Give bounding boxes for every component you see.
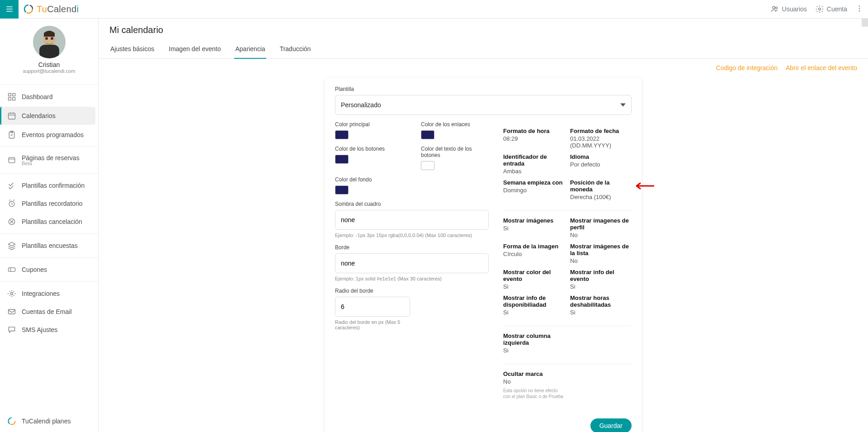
color-bg-label: Color del fondo bbox=[335, 176, 403, 183]
more-menu[interactable] bbox=[855, 5, 863, 14]
hamburger-menu[interactable] bbox=[0, 0, 19, 19]
sidebar-item-calendars[interactable]: Calendarios bbox=[0, 107, 95, 125]
sidebar-item-cancel-templates[interactable]: Plantillas cancelación bbox=[0, 213, 98, 231]
settings-section-format[interactable]: Formato de hora08:29 Formato de fecha01.… bbox=[503, 121, 632, 211]
sidebar-item-label: Cuentas de Email bbox=[22, 308, 72, 315]
tab-translation[interactable]: Traducción bbox=[279, 42, 312, 59]
save-button[interactable]: Guardar bbox=[590, 418, 632, 432]
svg-point-4 bbox=[775, 7, 777, 9]
border-help: Ejemplo: 1px solid #e1e1e1 (Max 30 carac… bbox=[335, 276, 489, 281]
kv-key: Semana empieza con bbox=[503, 179, 565, 186]
color-btntext-swatch[interactable] bbox=[421, 161, 434, 170]
svg-rect-21 bbox=[9, 157, 14, 163]
kv-key: Forma de la imagen bbox=[503, 243, 565, 250]
sidebar-item-label: Plantillas confirmación bbox=[22, 182, 85, 189]
topbar-users[interactable]: Usuarios bbox=[770, 5, 807, 14]
border-label: Borde bbox=[335, 244, 489, 251]
color-links-swatch[interactable] bbox=[421, 130, 434, 139]
shadow-help: Ejemplo: -1px 3px 15px rgba(0,0,0,0.04) … bbox=[335, 233, 489, 238]
kv-value: Domingo bbox=[503, 187, 565, 194]
sidebar-item-label: Dashboard bbox=[22, 93, 53, 100]
ticket-icon bbox=[7, 265, 16, 274]
kv-key: Mostrar info del evento bbox=[570, 269, 632, 282]
page-header: Mi calendario Ajustes básicos Imagen del… bbox=[99, 19, 868, 59]
svg-rect-15 bbox=[13, 94, 15, 96]
sidebar-item-integrations[interactable]: Integraciones bbox=[0, 285, 98, 303]
settings-section-leftcol[interactable]: Mostrar columna izquierdaSi bbox=[503, 326, 632, 364]
border-input[interactable] bbox=[335, 253, 489, 273]
kv-key: Mostrar info de disponibiliadad bbox=[503, 294, 565, 308]
sidebar-item-confirm-templates[interactable]: Plantillas confirmación bbox=[0, 176, 98, 195]
settings-section-brand[interactable]: Ocultar marca No Esta opción no tiene ef… bbox=[503, 364, 632, 409]
color-main-label: Color principal bbox=[335, 121, 403, 128]
open-event-link[interactable]: Abrir el enlace del evento bbox=[786, 64, 857, 71]
profile-block: Cristian support@tucalendi.com bbox=[0, 19, 98, 77]
kv-value: Derecha (100€) bbox=[570, 194, 632, 200]
avatar[interactable] bbox=[33, 26, 66, 58]
svg-point-6 bbox=[859, 5, 860, 6]
radius-input[interactable] bbox=[335, 297, 410, 317]
kv-key: Formato de fecha bbox=[570, 128, 632, 134]
sidebar-item-survey-templates[interactable]: Plantillas encuestas bbox=[0, 237, 98, 255]
brand-name: TuCalendi bbox=[37, 4, 79, 14]
profile-name: Cristian bbox=[0, 61, 98, 68]
sidebar: Cristian support@tucalendi.com Dashboard… bbox=[0, 19, 99, 432]
integration-code-link[interactable]: Codigo de integración bbox=[716, 64, 778, 71]
shadow-input[interactable] bbox=[335, 210, 489, 230]
svg-rect-24 bbox=[9, 268, 15, 271]
kv-key-currency-position: Posición de la moneda bbox=[570, 179, 632, 193]
color-buttons-swatch[interactable] bbox=[335, 155, 349, 164]
kv-key: Mostrar imágenes de la lista bbox=[570, 243, 632, 256]
template-label: Plantilla bbox=[335, 86, 632, 92]
topbar-account[interactable]: Cuenta bbox=[815, 5, 847, 14]
sidebar-item-dashboard[interactable]: Dashboard bbox=[0, 88, 98, 106]
svg-rect-17 bbox=[13, 98, 15, 100]
topbar: TuCalendi Usuarios Cuenta bbox=[0, 0, 868, 19]
tab-appearance[interactable]: Apariencia bbox=[234, 42, 266, 59]
sidebar-item-sms-settings[interactable]: SMS Ajustes bbox=[0, 321, 98, 339]
kv-key: Identificador de entrada bbox=[503, 153, 565, 167]
kv-key: Mostrar horas deshabilitadas bbox=[570, 294, 632, 308]
kv-value: Círculo bbox=[503, 251, 565, 257]
logo-icon bbox=[23, 4, 34, 14]
svg-rect-26 bbox=[9, 309, 15, 314]
sidebar-item-booking-pages[interactable]: Páginas de reservas Beta bbox=[0, 150, 98, 171]
svg-rect-11 bbox=[39, 45, 59, 58]
kv-value: Por defecto bbox=[570, 161, 632, 168]
sidebar-item-email-accounts[interactable]: Cuentas de Email bbox=[0, 303, 98, 321]
alarm-icon bbox=[7, 199, 16, 208]
settings-section-display[interactable]: Mostrar imágenesSi Mostrar imagenes de p… bbox=[503, 211, 632, 326]
svg-point-12 bbox=[45, 37, 48, 40]
kv-value: 08:29 bbox=[503, 135, 565, 142]
kv-value: 01.03.2022 (DD.MM.YYYY) bbox=[570, 135, 632, 149]
page-title: Mi calendario bbox=[109, 25, 857, 35]
kv-key: Ocultar marca bbox=[503, 370, 565, 377]
sidebar-item-label: Plantillas cancelación bbox=[22, 218, 82, 225]
appearance-panel: Plantilla Personalizado Color principal bbox=[325, 78, 642, 432]
template-select[interactable]: Personalizado bbox=[335, 95, 632, 115]
cancel-icon bbox=[7, 217, 16, 226]
brand-note: Esta opción no tiene efecto con el plan … bbox=[503, 388, 565, 399]
kv-value: Si bbox=[503, 283, 565, 290]
sidebar-item-reminder-templates[interactable]: Plantillas recordatorio bbox=[0, 195, 98, 213]
topbar-users-label: Usuarios bbox=[782, 5, 807, 13]
color-main-swatch[interactable] bbox=[335, 130, 349, 139]
sidebar-footer-plans[interactable]: TuCalendi planes bbox=[0, 410, 98, 432]
main-area: Mi calendario Ajustes básicos Imagen del… bbox=[99, 19, 868, 432]
shadow-label: Sombra del cuadro bbox=[335, 201, 489, 207]
sidebar-item-coupons[interactable]: Cupones bbox=[0, 261, 98, 279]
tab-basic-settings[interactable]: Ajustes básicos bbox=[109, 42, 155, 59]
color-bg-swatch[interactable] bbox=[335, 185, 349, 195]
svg-point-8 bbox=[859, 10, 860, 11]
sidebar-item-scheduled-events[interactable]: Eventos programados bbox=[0, 126, 98, 144]
sidebar-item-label: Plantillas encuestas bbox=[22, 242, 78, 249]
tab-event-image[interactable]: Imagen del evento bbox=[168, 42, 222, 59]
kv-key: Mostrar columna izquierda bbox=[503, 332, 565, 346]
header-links: Codigo de integración Abrir el enlace de… bbox=[99, 59, 868, 71]
brand-logo[interactable]: TuCalendi bbox=[19, 4, 79, 14]
kv-value: Si bbox=[503, 309, 565, 316]
sidebar-footer-label: TuCalendi planes bbox=[22, 418, 71, 425]
kv-key: Mostrar imágenes bbox=[503, 217, 565, 224]
kv-value: Si bbox=[503, 225, 565, 232]
kv-value: No bbox=[503, 378, 565, 385]
